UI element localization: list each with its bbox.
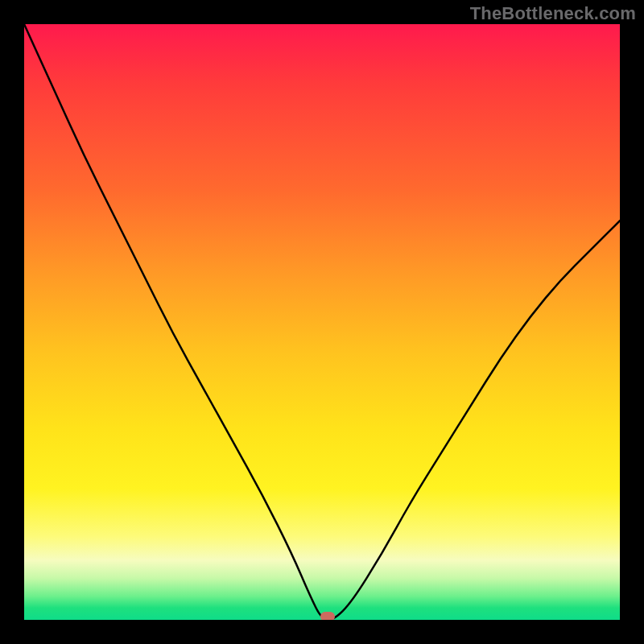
optimal-marker xyxy=(320,612,335,620)
plot-area xyxy=(24,24,620,620)
chart-frame: TheBottleneck.com xyxy=(0,0,644,644)
curve-path xyxy=(24,24,620,620)
bottleneck-curve xyxy=(24,24,620,620)
watermark-text: TheBottleneck.com xyxy=(470,3,636,24)
